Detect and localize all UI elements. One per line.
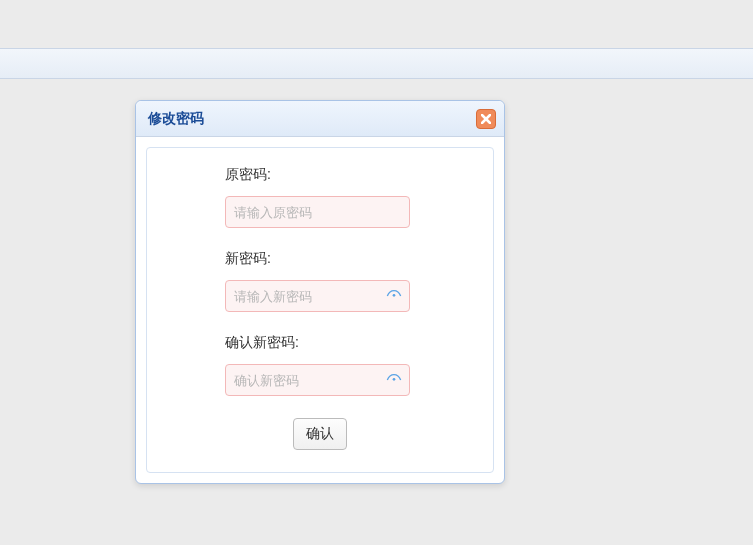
eye-icon (386, 288, 402, 304)
field-confirm-password: 确认新密码: (163, 334, 477, 396)
dialog-header: 修改密码 (136, 101, 504, 137)
new-password-label: 新密码: (225, 250, 477, 268)
field-new-password: 新密码: (163, 250, 477, 312)
svg-point-3 (393, 378, 396, 381)
toggle-new-password-visibility[interactable] (384, 286, 404, 306)
submit-button[interactable]: 确认 (293, 418, 347, 450)
dialog-title: 修改密码 (148, 110, 204, 128)
new-password-input[interactable] (225, 280, 410, 312)
new-password-input-wrap (225, 280, 410, 312)
old-password-input-wrap (225, 196, 410, 228)
close-icon (481, 114, 491, 124)
old-password-label: 原密码: (225, 166, 477, 184)
submit-row: 确认 (163, 418, 477, 450)
change-password-dialog: 修改密码 原密码: 新密码: (135, 100, 505, 484)
eye-icon (386, 372, 402, 388)
svg-point-2 (393, 294, 396, 297)
top-bar (0, 48, 753, 79)
confirm-password-label: 确认新密码: (225, 334, 477, 352)
field-old-password: 原密码: (163, 166, 477, 228)
confirm-password-input[interactable] (225, 364, 410, 396)
confirm-password-input-wrap (225, 364, 410, 396)
close-button[interactable] (476, 109, 496, 129)
form-panel: 原密码: 新密码: 确认新密码: (146, 147, 494, 473)
dialog-body: 原密码: 新密码: 确认新密码: (136, 137, 504, 483)
old-password-input[interactable] (225, 196, 410, 228)
toggle-confirm-password-visibility[interactable] (384, 370, 404, 390)
